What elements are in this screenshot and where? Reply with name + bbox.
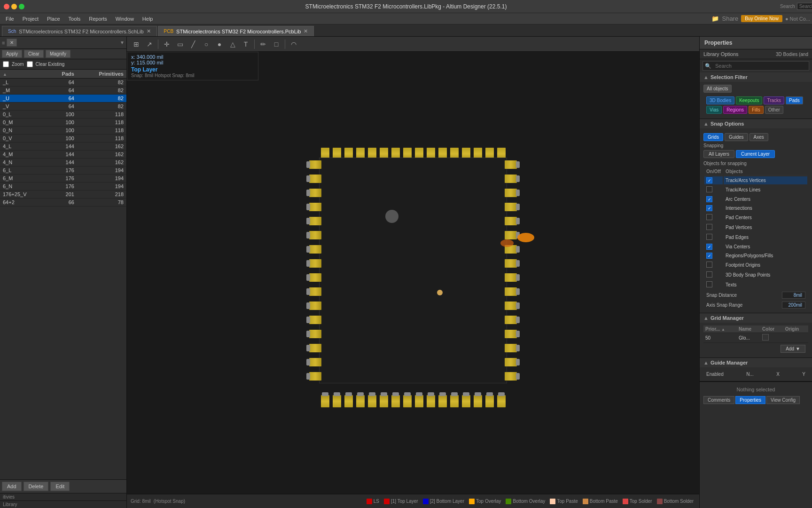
tool-text[interactable]: T	[240, 39, 251, 50]
clear-button[interactable]: Clear	[24, 50, 44, 58]
layer-bottom-overlay[interactable]: Bottom Overlay	[506, 499, 545, 504]
snap-cb-cell[interactable]	[704, 270, 723, 279]
table-row[interactable]: 176+25_V 201 218	[0, 190, 126, 198]
right-search-bar[interactable]: 🔍	[703, 61, 809, 71]
magnify-button[interactable]: Magnify	[46, 50, 70, 58]
grid-col-color[interactable]: Color	[760, 325, 783, 333]
share-btn[interactable]: Share	[722, 15, 738, 22]
sf-keepouts[interactable]: Keepouts	[736, 96, 762, 104]
layer-top-solder[interactable]: Top Solder	[623, 499, 652, 504]
canvas-area[interactable]: ⊞ ↗ ✛ ▭ ╱ ○ ● △ T ✏ □ ◠ x: 340.000 mil y…	[127, 37, 699, 508]
snap-cb-cell[interactable]	[704, 252, 723, 260]
tool-dot[interactable]: ●	[214, 39, 225, 50]
snap-checkbox-8[interactable]	[706, 253, 712, 259]
tool-line[interactable]: ╱	[187, 39, 199, 50]
sf-tracks[interactable]: Tracks	[764, 96, 784, 104]
snap-row[interactable]: 3D Body Snap Points	[704, 270, 807, 279]
add-grid-btn[interactable]: Add ▼	[781, 345, 805, 353]
layer-top-paste[interactable]: Top Paste	[550, 499, 578, 504]
not-connected-status[interactable]: ● Not Co...	[785, 16, 810, 22]
snap-axes-btn[interactable]: Axes	[750, 133, 768, 141]
panel-close-btn[interactable]: ✕	[7, 39, 17, 47]
grid-row[interactable]: 50 Glo...	[703, 333, 808, 343]
snap-cb-cell[interactable]	[704, 204, 723, 212]
table-row[interactable]: _V 64 82	[0, 103, 126, 111]
snap-checkbox-10[interactable]	[706, 271, 712, 278]
snap-row[interactable]: Pad Edges	[704, 233, 807, 242]
properties-tab[interactable]: Properties	[735, 396, 765, 404]
layer-bottom-paste[interactable]: Bottom Paste	[583, 499, 618, 504]
snap-row[interactable]: Arc Centers	[704, 195, 807, 203]
sf-fills[interactable]: Fills	[749, 106, 764, 114]
grid-col-name[interactable]: Name	[737, 325, 760, 333]
snap-row[interactable]: Pad Centers	[704, 213, 807, 222]
col-pads-header[interactable]: Pads	[48, 70, 77, 79]
table-row[interactable]: 0_L 100 118	[0, 111, 126, 119]
right-search-input[interactable]	[713, 62, 809, 70]
snap-row[interactable]: Track/Arcs Lines	[704, 185, 807, 194]
snap-checkbox-7[interactable]	[706, 244, 712, 250]
color-swatch[interactable]	[762, 334, 769, 341]
buy-online-btn[interactable]: Buy Online Now	[741, 15, 782, 22]
tool-circle[interactable]: ○	[201, 39, 212, 50]
grid-col-origin[interactable]: Origin	[783, 325, 808, 333]
snap-checkbox-5[interactable]	[706, 224, 712, 230]
tool-filter[interactable]: ⊞	[131, 39, 142, 50]
table-row[interactable]: _M 64 82	[0, 87, 126, 95]
snap-cb-cell[interactable]	[704, 261, 723, 270]
table-row[interactable]: 0_M 100 118	[0, 119, 126, 127]
guide-manager-header[interactable]: ▲ Guide Manager	[700, 358, 812, 367]
sf-3d-bodies[interactable]: 3D Bodies	[706, 96, 734, 104]
snap-checkbox-4[interactable]	[706, 214, 712, 220]
tool-box[interactable]: □	[271, 39, 282, 50]
snap-guides-btn[interactable]: Guides	[725, 133, 748, 141]
snap-cb-cell[interactable]	[704, 195, 723, 203]
snap-cb-cell[interactable]	[704, 185, 723, 194]
tool-rect[interactable]: ▭	[174, 39, 186, 50]
menu-item-reports[interactable]: Reports	[85, 15, 111, 23]
snap-row[interactable]: Track/Arcs Vertices	[704, 176, 807, 184]
snap-checkbox-9[interactable]	[706, 262, 712, 268]
snap-cb-cell[interactable]	[704, 176, 723, 184]
all-layers-btn[interactable]: All Layers	[703, 150, 734, 158]
layer-top-overlay[interactable]: Top Overlay	[469, 499, 501, 504]
snap-row[interactable]: Footprint Origins	[704, 261, 807, 270]
snap-row[interactable]: Pad Vertices	[704, 223, 807, 232]
table-row[interactable]: 6_L 176 194	[0, 167, 126, 175]
tool-pen[interactable]: ✏	[258, 39, 269, 50]
tab-schlib[interactable]: Sch STMicroelectronics STM32 F2 Microcon…	[2, 26, 157, 36]
close-btn[interactable]	[4, 4, 9, 9]
panel-expand-btn[interactable]: ▼	[120, 40, 125, 45]
selection-filter-header[interactable]: ▲ Selection Filter	[700, 72, 812, 82]
add-button[interactable]: Add	[2, 482, 22, 491]
layer-bottom[interactable]: [2] Bottom Layer	[423, 499, 464, 504]
pcb-canvas[interactable]	[127, 52, 699, 494]
table-row[interactable]: 0_V 100 118	[0, 135, 126, 143]
snap-options-header[interactable]: ▲ Snap Options	[700, 119, 812, 128]
clear-existing-checkbox[interactable]	[27, 61, 33, 67]
tab-schlib-close[interactable]: ✕	[147, 28, 151, 34]
edit-button[interactable]: Edit	[50, 482, 70, 491]
snap-row[interactable]: Intersections	[704, 204, 807, 212]
layer-top[interactable]: [1] Top Layer	[384, 499, 418, 504]
layer-bottom-solder[interactable]: Bottom Solder	[657, 499, 694, 504]
snap-cb-cell[interactable]	[704, 243, 723, 251]
tool-poly[interactable]: △	[227, 39, 238, 50]
snap-row[interactable]: Regions/Polygons/Fills	[704, 252, 807, 260]
snap-checkbox-3[interactable]	[706, 205, 712, 211]
sf-regions[interactable]: Regions	[723, 106, 747, 114]
snap-row[interactable]: Via Centers	[704, 243, 807, 251]
snap-checkbox-0[interactable]	[706, 177, 712, 183]
current-layer-btn[interactable]: Current Layer	[736, 150, 775, 158]
tab-pcblib-close[interactable]: ✕	[304, 28, 308, 34]
zoom-checkbox[interactable]	[3, 61, 9, 67]
panel-menu-icon[interactable]: ≡	[2, 40, 5, 46]
table-row[interactable]: 6_M 176 194	[0, 175, 126, 183]
snap-cb-cell[interactable]	[704, 213, 723, 222]
snap-checkbox-11[interactable]	[706, 281, 712, 287]
tab-pcblib[interactable]: PCB STMicroelectronics STM32 F2 Microcon…	[158, 26, 314, 36]
menu-item-project[interactable]: Project	[19, 15, 42, 23]
apply-button[interactable]: Apply	[2, 50, 22, 58]
table-row[interactable]: 0_N 100 118	[0, 127, 126, 135]
minimize-btn[interactable]	[11, 4, 17, 9]
